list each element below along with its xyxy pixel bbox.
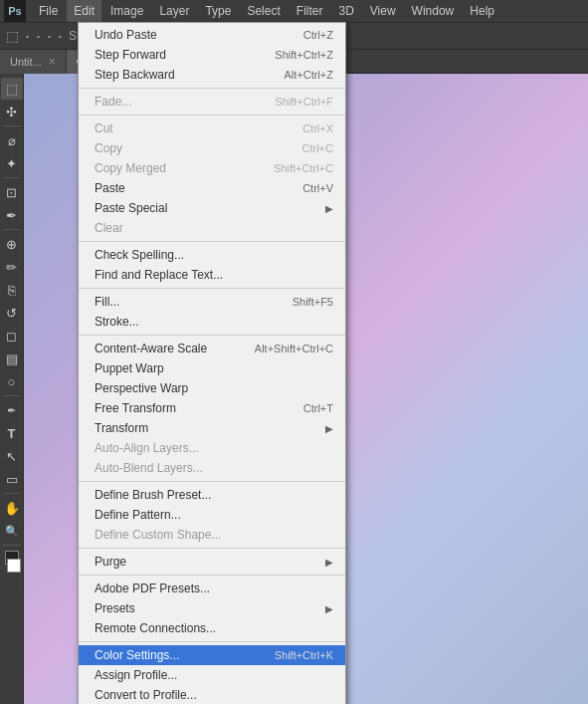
menu-adobe-pdf-label: Adobe PDF Presets... [95,582,210,595]
menu-transform[interactable]: Transform ▶ [79,418,345,438]
tool-history-brush[interactable]: ↺ [1,302,23,324]
purge-arrow: ▶ [325,557,333,568]
select-menu[interactable]: Select [240,0,287,22]
edit-menu[interactable]: Edit [67,0,101,22]
menu-copy-merged-label: Copy Merged [95,161,166,175]
tool-eraser[interactable]: ◻ [1,325,23,347]
menu-define-pattern[interactable]: Define Pattern... [79,505,345,525]
tool-marquee[interactable]: ⬚ [1,78,23,100]
type-menu[interactable]: Type [198,0,238,22]
menu-stroke[interactable]: Stroke... [79,312,345,332]
menu-remote-connections[interactable]: Remote Connections... [79,618,345,638]
menu-presets[interactable]: Presets ▶ [79,598,345,618]
menu-fill-shortcut: Shift+F5 [293,296,333,308]
tab-close-untitled[interactable]: ✕ [48,56,56,67]
background-color[interactable] [7,559,21,573]
menu-auto-blend[interactable]: Auto-Blend Layers... [79,458,345,478]
separator-5 [79,335,345,336]
menu-fade[interactable]: Fade... Shift+Ctrl+F [79,92,345,112]
menu-content-aware-scale-label: Content-Aware Scale [95,342,207,355]
menu-check-spelling[interactable]: Check Spelling... [79,245,345,265]
menu-puppet-warp-label: Puppet Warp [95,361,164,375]
menu-fill-label: Fill... [95,295,119,309]
menu-puppet-warp[interactable]: Puppet Warp [79,358,345,378]
separator-6 [79,481,345,482]
marquee-options-icon: ⬚ [6,28,19,44]
separator-4 [79,288,345,289]
presets-arrow: ▶ [325,603,333,614]
toolbar-divider-4 [3,395,21,396]
tool-clone-stamp[interactable]: ⎘ [1,279,23,301]
menu-copy[interactable]: Copy Ctrl+C [79,138,345,158]
menu-undo-paste[interactable]: Undo Paste Ctrl+Z [79,25,345,45]
menu-perspective-warp[interactable]: Perspective Warp [79,378,345,398]
menu-fill[interactable]: Fill... Shift+F5 [79,292,345,312]
tool-text[interactable]: T [1,422,23,444]
tool-gradient[interactable]: ▤ [1,348,23,369]
tool-shape[interactable]: ▭ [1,468,23,490]
menu-assign-profile-label: Assign Profile... [95,668,177,682]
window-menu[interactable]: Window [405,0,462,22]
menu-purge[interactable]: Purge ▶ [79,552,345,572]
menu-auto-align-label: Auto-Align Layers... [95,441,199,455]
menu-auto-blend-label: Auto-Blend Layers... [95,461,203,475]
menu-purge-label: Purge [95,555,126,569]
3d-menu[interactable]: 3D [331,0,360,22]
menu-adobe-pdf[interactable]: Adobe PDF Presets... [79,579,345,598]
separator-3 [79,241,345,242]
menu-fade-label: Fade... [95,95,131,109]
tool-pen[interactable]: ✒ [1,399,23,421]
layer-menu[interactable]: Layer [152,0,196,22]
menu-bar: Ps File Edit Image Layer Type Select Fil… [0,0,588,22]
toolbar-divider-5 [3,493,21,494]
tool-move[interactable]: ✣ [1,101,23,122]
menu-cut[interactable]: Cut Ctrl+X [79,118,345,138]
menu-step-forward-label: Step Forward [95,48,166,62]
separator-7 [79,548,345,549]
separator-8 [79,575,345,576]
help-menu[interactable]: Help [463,0,501,22]
tool-path-selection[interactable]: ↖ [1,445,23,467]
filter-menu[interactable]: Filter [290,0,330,22]
tool-brush[interactable]: ✏ [1,256,23,278]
view-menu[interactable]: View [363,0,403,22]
tool-dodge[interactable]: ○ [1,370,23,392]
menu-define-custom-shape[interactable]: Define Custom Shape... [79,525,345,545]
menu-step-backward[interactable]: Step Backward Alt+Ctrl+Z [79,65,345,85]
menu-remote-connections-label: Remote Connections... [95,621,216,635]
menu-free-transform-shortcut: Ctrl+T [303,402,333,414]
menu-assign-profile[interactable]: Assign Profile... [79,665,345,685]
menu-undo-paste-shortcut: Ctrl+Z [303,29,333,41]
file-menu[interactable]: File [32,0,65,22]
menu-clear-label: Clear [95,221,123,235]
menu-step-forward[interactable]: Step Forward Shift+Ctrl+Z [79,45,345,65]
menu-define-pattern-label: Define Pattern... [95,508,181,522]
tool-eyedropper[interactable]: ✒ [1,204,23,226]
left-toolbar: ⬚ ✣ ⌀ ✦ ⊡ ✒ ⊕ ✏ ⎘ ↺ ◻ ▤ ○ ✒ T ↖ ▭ ✋ 🔍 [0,74,24,704]
menu-paste-special-label: Paste Special [95,201,167,215]
tab-label: Untit... [10,56,42,68]
tool-zoom[interactable]: 🔍 [1,520,23,542]
menu-auto-align[interactable]: Auto-Align Layers... [79,438,345,458]
tool-magic-wand[interactable]: ✦ [1,152,23,174]
tool-lasso[interactable]: ⌀ [1,129,23,151]
tool-healing[interactable]: ⊕ [1,233,23,255]
menu-perspective-warp-label: Perspective Warp [95,381,188,395]
menu-free-transform[interactable]: Free Transform Ctrl+T [79,398,345,418]
menu-presets-label: Presets [95,601,135,615]
menu-color-settings[interactable]: Color Settings... Shift+Ctrl+K [79,645,345,665]
tool-crop[interactable]: ⊡ [1,181,23,203]
menu-undo-paste-label: Undo Paste [95,28,157,42]
menu-define-brush[interactable]: Define Brush Preset... [79,485,345,505]
tool-hand[interactable]: ✋ [1,497,23,519]
image-menu[interactable]: Image [103,0,150,22]
menu-find-replace[interactable]: Find and Replace Text... [79,265,345,285]
menu-clear[interactable]: Clear [79,218,345,238]
menu-paste[interactable]: Paste Ctrl+V [79,178,345,198]
menu-free-transform-label: Free Transform [95,401,176,415]
menu-content-aware-scale[interactable]: Content-Aware Scale Alt+Shift+Ctrl+C [79,339,345,358]
tab-untitled[interactable]: Untit... ✕ [0,50,67,74]
menu-paste-special[interactable]: Paste Special ▶ [79,198,345,218]
menu-copy-merged[interactable]: Copy Merged Shift+Ctrl+C [79,158,345,178]
menu-convert-to-profile[interactable]: Convert to Profile... [79,685,345,704]
